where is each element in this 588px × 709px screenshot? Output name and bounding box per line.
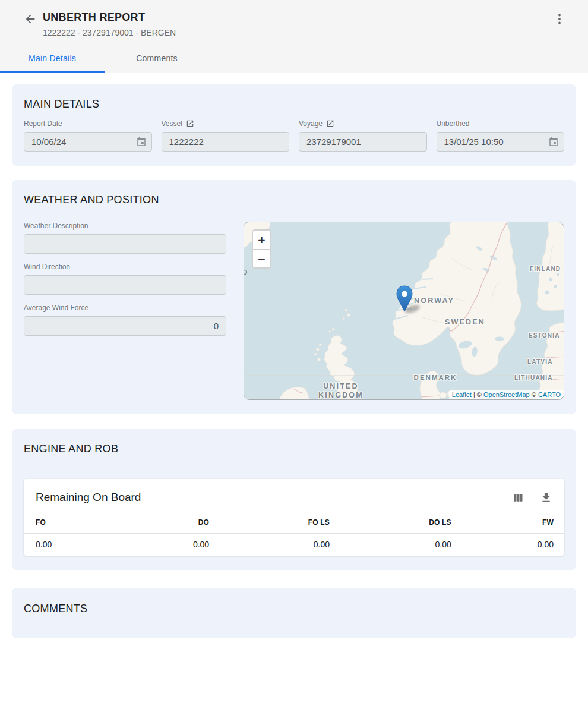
map-label-estonia: ESTONIA bbox=[529, 332, 560, 339]
map-label-lithuania: LITHUANIA bbox=[514, 374, 553, 381]
comments-heading: COMMENTS bbox=[24, 602, 564, 615]
report-date-label: Report Date bbox=[24, 119, 152, 128]
report-date-field: Report Date bbox=[24, 119, 152, 152]
arrow-back-icon bbox=[24, 12, 37, 26]
open-in-new-icon[interactable] bbox=[326, 119, 334, 128]
attribution-separator: | © bbox=[472, 391, 483, 398]
calendar-icon[interactable] bbox=[548, 137, 559, 147]
more-options-button[interactable] bbox=[552, 12, 567, 26]
voyage-label: Voyage bbox=[299, 119, 323, 128]
attribution-separator: © bbox=[530, 391, 538, 398]
zoom-out-button[interactable]: − bbox=[253, 249, 270, 267]
cell-fols: 0.00 bbox=[215, 534, 336, 556]
wind-direction-field: Wind Direction bbox=[24, 263, 226, 295]
weather-description-input[interactable] bbox=[24, 234, 226, 254]
openstreetmap-link[interactable]: OpenStreetMap bbox=[483, 391, 530, 398]
map-label-finland: FINLAND bbox=[530, 266, 561, 272]
table-header-row: FO DO FO LS DO LS FW bbox=[24, 518, 564, 534]
download-button[interactable] bbox=[540, 491, 552, 504]
vessel-label: Vessel bbox=[162, 119, 182, 128]
map-label-sweden: SWEDEN bbox=[445, 318, 485, 326]
weather-position-card: WEATHER AND POSITION Weather Description… bbox=[12, 180, 576, 414]
voyage-input[interactable] bbox=[299, 132, 427, 152]
cell-fo: 0.00 bbox=[24, 534, 110, 556]
weather-description-field: Weather Description bbox=[24, 222, 226, 254]
zoom-in-button[interactable]: + bbox=[253, 231, 270, 249]
app-header: UNBERTH REPORT 1222222 - 23729179001 - B… bbox=[0, 0, 588, 73]
vessel-field: Vessel bbox=[162, 119, 290, 152]
view-columns-button[interactable] bbox=[512, 491, 524, 504]
tab-bar: Main Details Comments bbox=[0, 46, 588, 73]
main-details-heading: MAIN DETAILS bbox=[24, 97, 564, 111]
map-zoom-control: + − bbox=[252, 229, 271, 269]
back-button[interactable] bbox=[24, 12, 37, 26]
tab-comments[interactable]: Comments bbox=[105, 46, 209, 73]
table-title: Remaining On Board bbox=[36, 491, 497, 504]
average-wind-force-input[interactable] bbox=[24, 316, 226, 336]
average-wind-force-field: Average Wind Force bbox=[24, 304, 226, 336]
unberthed-input[interactable] bbox=[437, 132, 565, 152]
column-header-fo: FO bbox=[24, 518, 110, 527]
leaflet-link[interactable]: Leaflet bbox=[452, 391, 472, 398]
page-subtitle: 1222222 - 23729179001 - BERGEN bbox=[43, 28, 552, 38]
carto-link[interactable]: CARTO bbox=[538, 391, 561, 398]
cell-dols: 0.00 bbox=[336, 534, 457, 556]
comments-card: COMMENTS bbox=[12, 588, 576, 638]
report-date-input[interactable] bbox=[24, 132, 152, 152]
page-title: UNBERTH REPORT bbox=[43, 11, 552, 24]
column-header-fw: FW bbox=[457, 518, 564, 527]
voyage-field: Voyage bbox=[299, 119, 427, 152]
table-row: 0.00 0.00 0.00 0.00 0.00 bbox=[24, 534, 564, 556]
page-content: MAIN DETAILS Report Date Vessel bbox=[0, 73, 588, 638]
map-label-norway: NORWAY bbox=[414, 297, 454, 305]
engine-rob-card: ENGINE AND ROB Remaining On Board FO DO bbox=[12, 429, 576, 570]
calendar-icon[interactable] bbox=[136, 137, 147, 147]
download-icon bbox=[540, 491, 552, 504]
main-details-card: MAIN DETAILS Report Date Vessel bbox=[12, 84, 576, 166]
weather-heading: WEATHER AND POSITION bbox=[24, 193, 564, 206]
engine-heading: ENGINE AND ROB bbox=[24, 442, 564, 455]
position-map[interactable]: NORWAY SWEDEN FINLAND ESTONIA LATVIA LIT… bbox=[244, 222, 564, 400]
kebab-vertical-icon bbox=[552, 12, 567, 26]
open-in-new-icon[interactable] bbox=[186, 119, 194, 128]
cell-do: 0.00 bbox=[110, 534, 216, 556]
column-header-fols: FO LS bbox=[215, 518, 336, 527]
map-label-uk-line1: UNITED bbox=[323, 382, 359, 390]
tab-main-details[interactable]: Main Details bbox=[0, 46, 105, 73]
average-wind-force-label: Average Wind Force bbox=[24, 304, 226, 312]
cell-fw: 0.00 bbox=[457, 534, 564, 556]
remaining-on-board-table: Remaining On Board FO DO FO LS DO LS FW bbox=[24, 479, 564, 556]
vessel-input[interactable] bbox=[162, 132, 290, 152]
column-header-dols: DO LS bbox=[336, 518, 457, 527]
view-columns-icon bbox=[512, 491, 524, 504]
map-basemap: NORWAY SWEDEN FINLAND ESTONIA LATVIA LIT… bbox=[244, 222, 564, 400]
wind-direction-label: Wind Direction bbox=[24, 263, 226, 271]
map-attribution: Leaflet | © OpenStreetMap © CARTO bbox=[449, 390, 564, 399]
unberthed-field: Unberthed bbox=[437, 119, 565, 152]
map-label-latvia: LATVIA bbox=[527, 358, 553, 365]
wind-direction-input[interactable] bbox=[24, 275, 226, 295]
unberthed-label: Unberthed bbox=[437, 119, 565, 128]
column-header-do: DO bbox=[110, 518, 216, 527]
map-label-uk-line2: KINGDOM bbox=[318, 391, 363, 399]
weather-description-label: Weather Description bbox=[24, 222, 226, 230]
map-label-denmark: DENMARK bbox=[414, 374, 457, 381]
